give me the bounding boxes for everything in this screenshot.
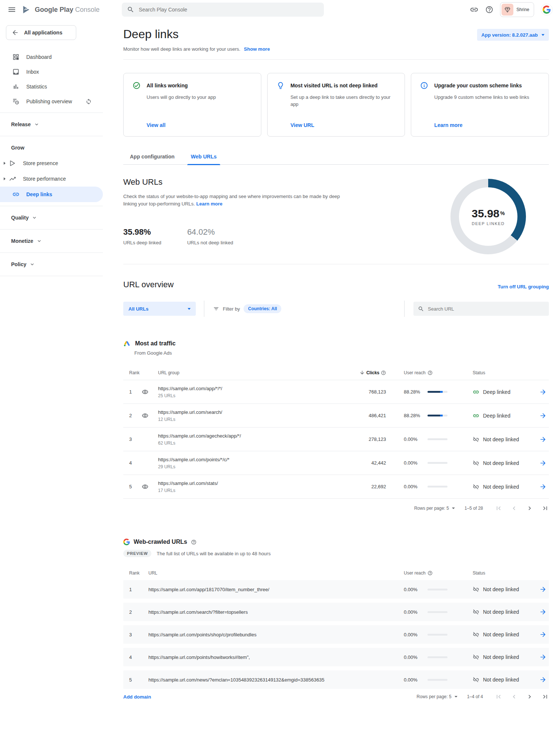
not-deep-linked-icon [473,436,479,443]
sidebar-section-release[interactable]: Release [0,117,103,132]
reach-bar [427,611,447,613]
help-icon[interactable] [427,370,433,375]
menu-icon[interactable] [7,5,16,14]
url-group[interactable]: https://sample.url.com/agecheck/app/*/ [158,433,327,439]
arrow-forward-icon [539,631,547,638]
expand-caret-icon[interactable] [4,177,6,180]
tab-web-urls[interactable]: Web URLs [184,154,224,164]
eye-icon[interactable] [142,389,148,395]
arrow-forward-icon [539,653,547,661]
crawled-url[interactable]: https://sample.url.com/app/1817070/item_… [148,587,386,592]
sidebar-divider [0,276,103,276]
crawled-url[interactable]: https://sample.url.com/search/?filter=to… [148,609,386,615]
logo-text: Google Play Console [35,6,100,14]
back-all-applications[interactable]: All applications [6,25,76,40]
countries-filter-chip[interactable]: Countries: All [244,304,281,313]
status-badge: Not deep linked [456,460,530,466]
url-group[interactable]: https://sample.url.com/search/ [158,409,327,415]
turn-off-grouping-link[interactable]: Turn off URL grouping [498,284,549,289]
help-icon[interactable] [381,370,386,375]
arrow-forward-icon [539,676,547,683]
sidebar-item-statistics[interactable]: Statistics [0,79,103,94]
col-clicks[interactable]: Clicks [327,366,386,380]
sidebar-item-deep-links[interactable]: Deep links [0,187,103,202]
filter-list-icon [213,306,219,312]
reach-bar [427,486,447,488]
row-detail-arrow[interactable] [530,653,549,661]
top-bar: Google Play Console Shrine [0,0,560,19]
app-version-selector[interactable]: App version: 8.2.027.aab [477,29,549,41]
sidebar-section-quality[interactable]: Quality [0,210,103,225]
next-page-icon[interactable] [526,693,533,700]
view-url-link[interactable]: View URL [291,122,396,128]
prev-page-icon[interactable] [510,693,518,700]
first-page-icon[interactable] [495,693,502,700]
rows-per-page-selector[interactable]: Rows per page: 5 [417,694,457,699]
play-console-logo[interactable]: Google Play Console [21,4,100,15]
url-group[interactable]: https://sample.url.com/stats/ [158,481,327,486]
row-detail-arrow[interactable] [530,483,549,490]
add-domain-link[interactable]: Add domain [123,694,151,700]
rows-per-page-selector[interactable]: Rows per page: 5 [414,506,455,511]
url-group[interactable]: https://sample.url.com/points/*/c/* [158,457,327,462]
arrow-forward-icon [539,608,547,616]
sync-icon[interactable] [85,98,92,105]
first-page-icon[interactable] [495,505,502,512]
last-page-icon[interactable] [541,505,549,512]
sidebar-item-publishing-overview[interactable]: Publishing overview [0,94,103,109]
not-deep-linked-icon [473,609,479,615]
arrow-forward-icon [539,436,547,443]
help-icon[interactable] [191,539,197,545]
eye-icon[interactable] [142,483,148,490]
learn-more-link[interactable]: Learn more [434,122,540,128]
last-page-icon[interactable] [541,693,549,700]
search-url-box[interactable] [413,302,549,316]
table-row: 4 https://sample.url.com/points/*/c/*29 … [123,451,549,475]
col-url-group: URL group [158,366,327,380]
search-input[interactable] [139,7,319,13]
sidebar-section-monetize[interactable]: Monetize [0,233,103,249]
table-row: 3 https://sample.url.com/points/shop/c/p… [123,625,549,644]
crawled-url[interactable]: https://sample.url.com/points/shop/c/pro… [148,632,386,637]
row-detail-arrow[interactable] [530,608,549,616]
crawl-table-header: Rank URL User reach Status [123,567,549,580]
row-detail-arrow[interactable] [530,631,549,638]
url-group[interactable]: https://sample.url.com/app/*/*/ [158,386,327,391]
prev-page-icon[interactable] [510,505,518,512]
vertical-divider [204,301,204,317]
app-switcher-chip[interactable]: Shrine [500,2,534,17]
help-icon[interactable] [427,570,433,576]
row-detail-arrow[interactable] [530,436,549,443]
search-url-input[interactable] [428,306,544,312]
row-detail-arrow[interactable] [530,676,549,683]
sidebar-item-store-performance[interactable]: Store performance [0,171,103,187]
status-badge: Not deep linked [456,631,530,638]
learn-more-link[interactable]: Learn more [196,201,222,207]
ad-traffic-table: Rank URL group Clicks User reach Status … [123,366,549,518]
next-page-icon[interactable] [526,505,533,512]
crawl-table-pagination: Rows per page: 5 1–4 of 4 [417,693,549,700]
show-more-link[interactable]: Show more [244,46,270,52]
google-account-avatar[interactable] [541,4,553,16]
sidebar-item-inbox[interactable]: Inbox [0,64,103,79]
view-all-link[interactable]: View all [147,122,252,128]
row-detail-arrow[interactable] [530,459,549,467]
chevron-down-icon [29,261,35,267]
tab-app-configuration[interactable]: App configuration [123,154,181,164]
crawled-url[interactable]: https://sample.url.com/points/howitworks… [148,654,386,660]
row-detail-arrow[interactable] [530,412,549,419]
row-detail-arrow[interactable] [530,388,549,396]
link-shortcut-icon[interactable] [470,5,479,14]
eye-icon[interactable] [142,412,148,419]
sidebar-item-store-presence[interactable]: Store presence [0,155,103,171]
expand-caret-icon[interactable] [4,162,6,165]
crawled-url[interactable]: https://sample.url.com/news/?emclan=1035… [148,677,386,683]
arrow-forward-icon [539,412,547,419]
row-detail-arrow[interactable] [530,586,549,593]
help-icon[interactable] [485,6,493,14]
console-search[interactable] [122,3,324,17]
chevron-down-icon [31,215,37,221]
sidebar-section-policy[interactable]: Policy [0,257,103,272]
url-type-dropdown[interactable]: All URLs [123,302,196,316]
sidebar-item-dashboard[interactable]: Dashboard [0,50,103,64]
